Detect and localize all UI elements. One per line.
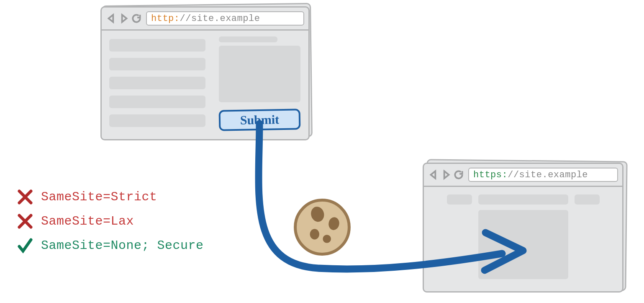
address-bar[interactable]: http: //site.example <box>146 11 304 26</box>
forward-icon[interactable] <box>118 13 129 24</box>
check-icon <box>17 237 33 254</box>
legend-row-lax: SameSite=Lax <box>17 213 204 230</box>
placeholder-line <box>109 58 205 70</box>
cross-icon <box>17 189 33 205</box>
browser-window-http: http: //site.example Submit <box>100 6 310 140</box>
svg-point-3 <box>310 229 319 239</box>
back-icon[interactable] <box>428 169 439 180</box>
placeholder-block <box>575 194 600 205</box>
submit-label: Submit <box>240 112 280 127</box>
placeholder-line <box>109 96 205 108</box>
legend-text-none: SameSite=None; Secure <box>41 238 204 253</box>
placeholder-image <box>219 46 300 102</box>
page-content: Submit <box>102 31 308 139</box>
browser-toolbar: http: //site.example <box>102 8 308 31</box>
cross-icon <box>17 213 33 230</box>
legend-text-strict: SameSite=Strict <box>41 190 157 204</box>
placeholder-line <box>109 77 205 89</box>
back-icon[interactable] <box>106 13 117 24</box>
legend-text-lax: SameSite=Lax <box>41 214 134 228</box>
url-scheme: http: <box>151 13 180 24</box>
samesite-legend: SameSite=Strict SameSite=Lax SameSite=No… <box>17 189 204 254</box>
reload-icon[interactable] <box>131 13 142 24</box>
submit-button[interactable]: Submit <box>219 109 301 131</box>
address-bar[interactable]: https: //site.example <box>468 168 618 182</box>
legend-row-none: SameSite=None; Secure <box>17 237 204 254</box>
placeholder-block <box>447 194 472 205</box>
url-host: //site.example <box>508 170 588 180</box>
url-scheme: https: <box>473 170 508 180</box>
browser-window-https: https: //site.example <box>423 163 623 293</box>
browser-toolbar: https: //site.example <box>424 164 622 187</box>
forward-icon[interactable] <box>441 169 452 180</box>
page-content <box>424 187 622 291</box>
placeholder-line <box>109 114 205 127</box>
svg-point-4 <box>323 235 331 243</box>
url-host: //site.example <box>180 13 260 24</box>
cookie-icon <box>293 198 352 256</box>
placeholder-caption <box>219 36 277 42</box>
legend-row-strict: SameSite=Strict <box>17 189 204 205</box>
placeholder-line <box>109 39 205 52</box>
placeholder-image <box>478 210 568 279</box>
placeholder-block <box>478 194 568 205</box>
svg-point-0 <box>295 200 349 254</box>
reload-icon[interactable] <box>453 169 464 180</box>
